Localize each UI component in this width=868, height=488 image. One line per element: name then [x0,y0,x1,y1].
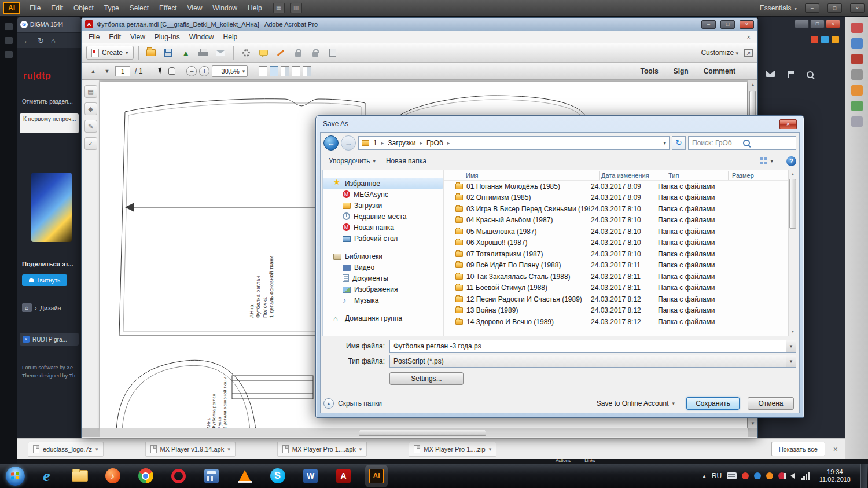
zoom-level-select[interactable]: 30,5%▾ [212,65,248,77]
search-icon[interactable] [806,71,815,79]
taskbar-app-icon[interactable] [129,464,162,488]
two-page-view-icon[interactable] [281,66,289,76]
file-row[interactable]: 07 Тоталитаризм (1987) 24.03.2017 8:10 П… [444,248,797,260]
home-icon[interactable]: ⌂ [22,303,32,312]
file-row[interactable]: 12 Песни Радости И Счастья (1989) 24.03.… [444,293,797,305]
page-number-input[interactable]: 1 [115,66,130,76]
hide-folders-button[interactable]: ▲ Скрыть папки [323,398,382,409]
sidebar-homegroup[interactable]: Домашняя группа [323,313,443,324]
refresh-button[interactable]: ↻ [672,136,686,150]
illustrator-menu-item[interactable]: Select [124,0,154,16]
extension-icon[interactable] [811,36,818,43]
network-icon[interactable] [801,472,810,480]
column-date[interactable]: Дата изменения [600,171,667,180]
hidden-icons-expand-icon[interactable]: ▲ [702,474,707,479]
chevron-down-icon[interactable]: ▾ [786,340,796,352]
scroll-up-icon[interactable]: ▲ [748,80,757,89]
tray-icon[interactable] [766,472,773,479]
minimize-button[interactable]: – [805,3,819,13]
column-size[interactable]: Размер [729,171,797,180]
upload-button[interactable]: ▲ [178,46,194,60]
clipboard-button[interactable] [325,46,341,60]
bridge-icon[interactable]: ▦ [273,3,285,13]
show-all-downloads-button[interactable]: Показать все [771,442,825,456]
select-tool-icon[interactable] [159,67,164,74]
save-button[interactable] [161,46,176,60]
sidebar-item[interactable]: Недавние места [323,211,443,222]
dock-icon[interactable] [851,101,863,111]
file-name-input[interactable]: Футболка реглан -3 года.ps ▾ [389,340,796,353]
forum-tab[interactable]: x RUDTP gra... [20,333,79,346]
taskbar-app-icon[interactable] [162,464,195,488]
tray-icon[interactable] [754,472,761,479]
sidebar-item[interactable]: Видео [323,262,443,273]
page-thumbnails-icon[interactable]: ▤ [84,85,97,98]
breadcrumb-segment[interactable]: ГрОб [425,139,445,147]
next-page-icon[interactable]: ▼ [101,65,113,77]
panel-icon[interactable] [5,51,13,58]
taskbar-app-icon[interactable] [96,464,129,488]
scrollbar-thumb[interactable] [789,179,796,229]
clock[interactable]: 19:34 11.02.2018 [819,468,851,483]
links-link[interactable]: Links [584,458,595,464]
acrobat-menu-item[interactable]: Window [185,31,219,43]
volume-icon[interactable] [790,473,795,479]
acrobat-menu-item[interactable]: Plug-Ins [150,31,185,43]
acrobat-menu-item[interactable]: File [84,31,104,43]
sidebar-item[interactable]: Новая папка [323,222,443,233]
save-button[interactable]: Сохранить [686,397,740,410]
fit-width-view-icon[interactable] [270,66,278,76]
sidebar-item[interactable]: Документы [323,273,443,284]
taskbar-app-icon[interactable] [195,464,228,488]
workspace-switcher[interactable]: Essentials▾ [760,4,797,12]
online-account-select[interactable]: Save to Online Account ▾ [597,399,675,408]
post-thumbnail[interactable] [31,173,72,242]
breadcrumb-segment[interactable]: Загрузки [386,139,417,147]
chevron-down-icon[interactable]: ▾ [663,140,666,146]
minimize-button[interactable]: – [795,20,809,28]
full-screen-icon[interactable] [303,66,311,76]
browser-tab[interactable]: G DIGMA 1544 [17,17,81,32]
chevron-down-icon[interactable]: ▾ [359,446,362,452]
email-button[interactable] [213,46,229,60]
dock-icon[interactable] [851,54,863,64]
actions-link[interactable]: Actions [556,458,571,464]
illustrator-menu-item[interactable]: Edit [46,0,68,16]
taskbar-app-icon[interactable] [327,464,360,488]
download-item[interactable]: MX Player Pro 1....apk ▾ [277,442,367,457]
signatures-icon[interactable]: ✓ [84,137,97,150]
dialog-titlebar[interactable]: Save As × [316,116,804,132]
panel-icon[interactable] [5,37,13,44]
download-item[interactable]: MX Player Pro 1....zip ▾ [409,442,496,457]
file-row[interactable]: 11 Боевой Стимул (1988) 24.03.2017 8:11 … [444,282,797,294]
refresh-icon[interactable]: ↻ [38,36,44,45]
single-page-view-icon[interactable] [259,66,267,76]
protect-button[interactable] [290,46,306,60]
bookmarks-icon[interactable]: ◆ [84,102,97,115]
layout-icon[interactable]: ▥ [290,3,302,13]
breadcrumb-field[interactable]: 1 ▸ Загрузки ▸ ГрОб ▸ ▾ [358,136,670,150]
download-item[interactable]: MX Player v1.9.14.apk ▾ [145,442,236,457]
settings-button[interactable]: Settings... [389,372,464,385]
taskbar-app-icon[interactable] [228,464,261,488]
zoom-in-button[interactable]: + [199,66,209,76]
print-button[interactable] [196,46,211,60]
close-document-icon[interactable]: × [742,34,755,41]
sidebar-item[interactable]: Изображения [323,284,443,295]
sidebar-item[interactable]: Музыка [323,295,443,306]
views-button[interactable]: ▾ [755,155,778,167]
extension-icon[interactable] [832,36,839,43]
cancel-button[interactable]: Отмена [748,397,794,410]
file-row[interactable]: 06 Хорошо!! (1987) 24.03.2017 8:10 Папка… [444,237,797,249]
horizontal-scrollbar[interactable] [100,428,748,437]
illustrator-menu-item[interactable]: Effect [154,0,182,16]
tray-icon[interactable] [742,472,749,479]
flag-icon[interactable] [788,71,793,78]
back-icon[interactable]: ← [23,36,31,45]
download-item[interactable]: educlass_logo.7z ▾ [28,442,104,457]
comment-button[interactable] [256,46,271,60]
home-icon[interactable]: ⌂ [51,36,56,45]
open-file-button[interactable] [144,46,159,60]
search-input[interactable]: Поиск: ГрОб [688,136,796,150]
panel-tab[interactable]: Tools [641,67,659,75]
